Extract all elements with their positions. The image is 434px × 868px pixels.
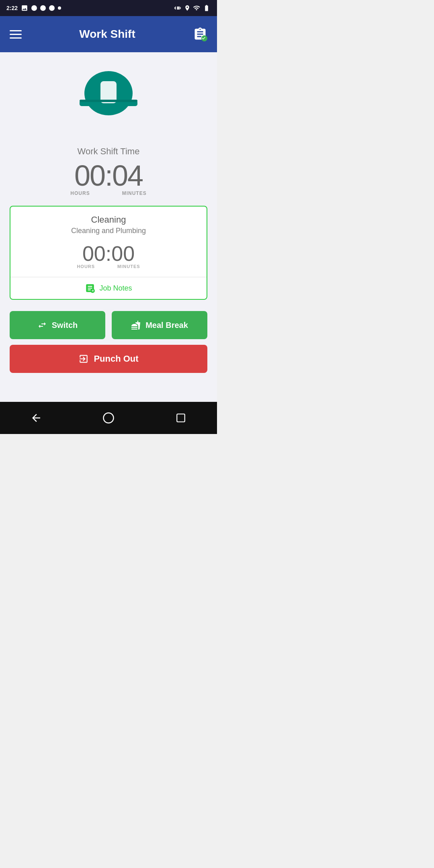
svg-rect-6 <box>80 100 137 102</box>
job-hours-display: 00 <box>82 242 106 266</box>
time-units: HOURS MINUTES <box>70 190 146 196</box>
time-display: 00 : 04 <box>74 159 143 192</box>
app-bar: Work Shift <box>0 16 217 52</box>
hamburger-line-1 <box>10 30 22 31</box>
punch-out-label: Punch Out <box>94 354 138 364</box>
back-nav-button[interactable] <box>26 408 46 428</box>
hardhat-gear-icon <box>68 64 149 137</box>
job-description: Cleaning and Plumbing <box>18 227 199 235</box>
job-notes-icon <box>85 283 95 293</box>
minutes-display: 04 <box>112 159 143 192</box>
wifi-icon <box>193 4 200 12</box>
bottom-nav <box>0 402 217 434</box>
punch-out-button[interactable]: Punch Out <box>10 345 207 373</box>
vibrate-icon <box>174 4 182 12</box>
status-dot <box>58 6 61 10</box>
work-icon-area <box>68 64 149 138</box>
job-minutes-unit: MINUTES <box>117 264 140 269</box>
job-card: Cleaning Cleaning and Plumbing 00 : 00 H… <box>10 206 207 300</box>
job-notes-label: Job Notes <box>99 284 132 293</box>
status-right <box>174 4 211 12</box>
job-time-colon: : <box>106 242 111 266</box>
hamburger-menu-button[interactable] <box>10 30 22 39</box>
status-circle-2 <box>40 5 46 11</box>
job-minutes-display: 00 <box>111 242 135 266</box>
job-name: Cleaning <box>18 215 199 225</box>
status-circle-3 <box>49 5 55 11</box>
action-buttons-row: Switch Meal Break <box>10 311 207 339</box>
hamburger-line-3 <box>10 37 22 39</box>
punch-out-icon <box>78 354 89 364</box>
status-left: 2:22 <box>6 4 61 12</box>
photo-icon <box>21 4 28 12</box>
job-time-display: 00 : 00 <box>18 242 199 266</box>
status-time: 2:22 <box>6 5 18 11</box>
home-nav-button[interactable] <box>98 408 119 428</box>
svg-point-8 <box>104 413 114 423</box>
switch-icon <box>37 320 47 330</box>
job-hours-unit: HOURS <box>77 264 95 269</box>
home-icon <box>102 412 115 424</box>
clipboard-action-icon[interactable] <box>193 27 207 41</box>
meal-break-label: Meal Break <box>145 321 188 330</box>
switch-button[interactable]: Switch <box>10 311 105 339</box>
job-notes-button[interactable]: Job Notes <box>10 277 207 299</box>
shift-time-label: Work Shift Time <box>78 146 140 157</box>
battery-icon <box>203 4 211 12</box>
hours-display: 00 <box>74 159 105 192</box>
recent-apps-button[interactable] <box>171 408 191 428</box>
recent-apps-icon <box>176 413 186 423</box>
hours-unit-label: HOURS <box>70 190 90 196</box>
meal-break-icon <box>131 320 141 330</box>
switch-label: Switch <box>52 321 78 330</box>
job-card-body: Cleaning Cleaning and Plumbing 00 : 00 H… <box>10 207 207 277</box>
status-circle-1 <box>31 5 37 11</box>
main-content: Work Shift Time 00 : 04 HOURS MINUTES Cl… <box>0 52 217 402</box>
location-icon <box>184 5 190 11</box>
meal-break-button[interactable]: Meal Break <box>112 311 207 339</box>
back-icon <box>30 412 42 424</box>
status-bar: 2:22 <box>0 0 217 16</box>
time-colon: : <box>105 159 112 192</box>
svg-rect-9 <box>177 414 185 422</box>
app-bar-title: Work Shift <box>79 28 135 41</box>
hamburger-line-2 <box>10 34 22 35</box>
minutes-unit-label: MINUTES <box>122 190 147 196</box>
